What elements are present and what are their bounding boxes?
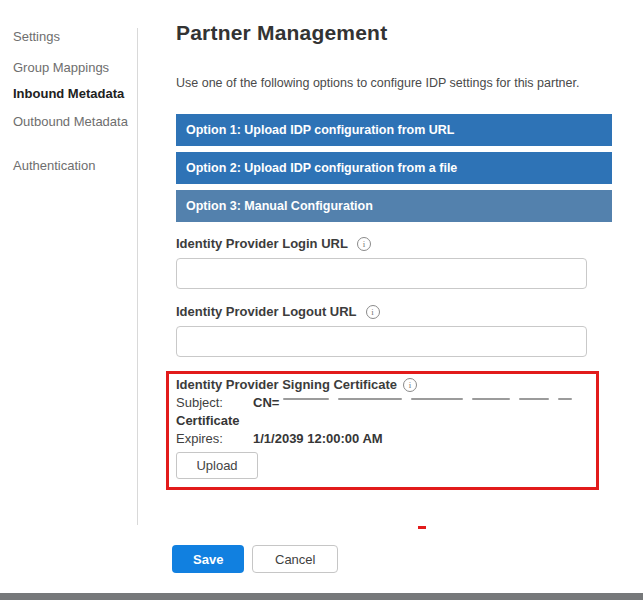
expires-value: 1/1/2039 12:00:00 AM <box>253 431 383 446</box>
info-icon[interactable]: i <box>403 378 417 392</box>
login-url-input[interactable] <box>176 258 587 289</box>
page-title: Partner Management <box>176 21 387 45</box>
option2-upload-from-file-bar[interactable]: Option 2: Upload IDP configuration from … <box>176 152 612 184</box>
login-url-label-row: Identity Provider Login URL i <box>176 236 371 251</box>
upload-certificate-button[interactable]: Upload <box>176 452 258 479</box>
expires-key: Expires: <box>176 431 253 446</box>
intro-text: Use one of the following options to conf… <box>176 76 579 90</box>
sidebar-divider <box>137 28 138 525</box>
info-icon[interactable]: i <box>357 237 371 251</box>
sidebar-item-settings[interactable]: Settings <box>13 27 131 46</box>
subject-key: Subject: <box>176 395 253 410</box>
option3-manual-configuration-bar[interactable]: Option 3: Manual Configuration <box>176 190 612 222</box>
signing-certificate-label: Identity Provider Signing Certificate <box>176 377 397 392</box>
option1-upload-from-url-bar[interactable]: Option 1: Upload IDP configuration from … <box>176 114 612 146</box>
info-icon[interactable]: i <box>366 305 380 319</box>
save-button[interactable]: Save <box>172 545 244 573</box>
certificate-expires-row: Expires: 1/1/2039 12:00:00 AM <box>176 431 383 446</box>
sidebar-item-authentication[interactable]: Authentication <box>13 156 131 175</box>
login-url-label: Identity Provider Login URL <box>176 236 348 251</box>
signing-certificate-label-row: Identity Provider Signing Certificate i <box>176 377 417 392</box>
certificate-subject-row: Subject: CN= <box>176 395 572 410</box>
sidebar-item-outbound-metadata[interactable]: Outbound Metadata <box>13 112 131 131</box>
logout-url-label: Identity Provider Logout URL <box>176 304 357 319</box>
subject-value-wrap: Certificate <box>176 413 240 428</box>
redacted-text <box>283 395 572 410</box>
window-bottom-edge <box>0 593 643 600</box>
certificate-subject-wrap-row: Certificate <box>176 413 240 428</box>
partner-management-page: Settings Group Mappings Inbound Metadata… <box>0 0 643 601</box>
logout-url-input[interactable] <box>176 326 587 357</box>
cancel-button[interactable]: Cancel <box>252 545 338 573</box>
sidebar-item-group-mappings[interactable]: Group Mappings <box>13 58 131 77</box>
subject-value: CN= <box>253 395 279 410</box>
sidebar-item-inbound-metadata[interactable]: Inbound Metadata <box>13 84 131 103</box>
annotation-red-dash <box>418 526 426 529</box>
logout-url-label-row: Identity Provider Logout URL i <box>176 304 380 319</box>
